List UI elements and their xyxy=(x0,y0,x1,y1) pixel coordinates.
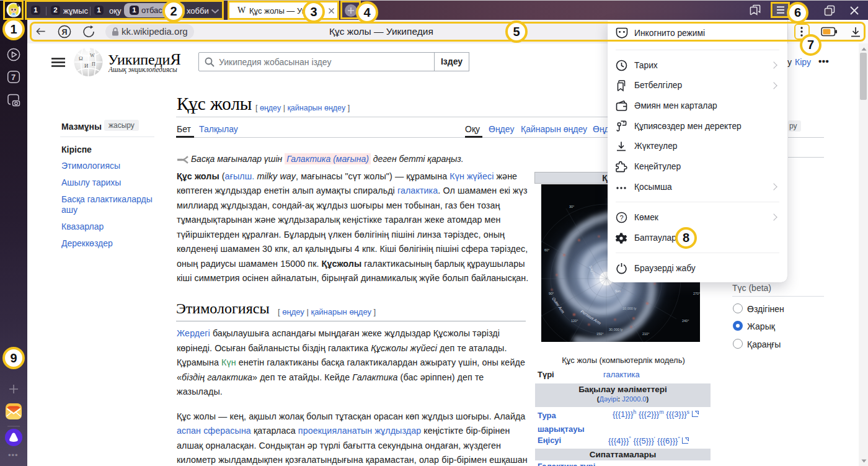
svg-text:7: 7 xyxy=(11,73,16,82)
svg-text:270°: 270° xyxy=(693,292,700,295)
svg-text:П: П xyxy=(92,61,95,67)
svg-text:60°: 60° xyxy=(544,248,549,252)
svg-text:И: И xyxy=(84,63,89,69)
svg-text:210°: 210° xyxy=(642,332,649,336)
svg-text:10,000 ly: 10,000 ly xyxy=(622,307,637,310)
svg-text:Sun: Sun xyxy=(615,289,621,293)
svg-text:W: W xyxy=(90,53,95,58)
svg-text:240°: 240° xyxy=(682,319,689,323)
svg-text:Ω: Ω xyxy=(79,55,83,61)
svg-text:120°: 120° xyxy=(571,319,578,323)
svg-text:150°: 150° xyxy=(596,332,603,336)
svg-text:30,000 ly: 30,000 ly xyxy=(609,328,623,331)
svg-text:90°: 90° xyxy=(549,292,554,295)
svg-text:30°: 30° xyxy=(569,205,574,208)
svg-text:?: ? xyxy=(620,214,624,222)
